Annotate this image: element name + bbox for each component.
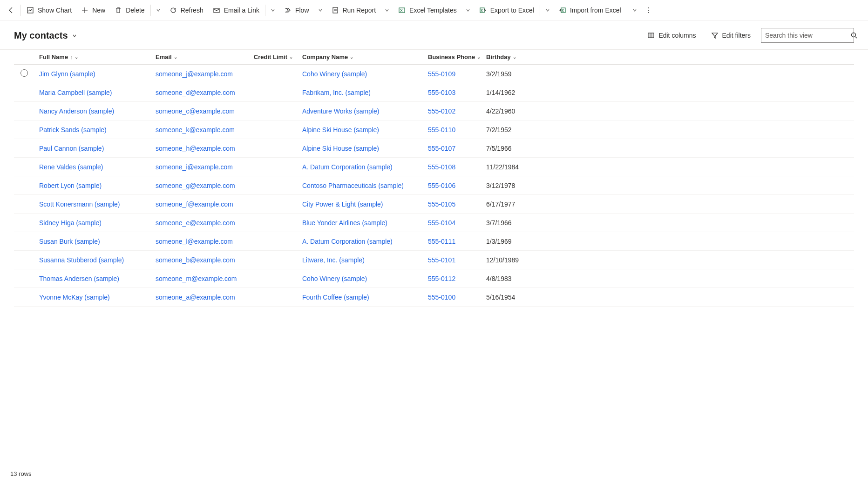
flow-dropdown[interactable]: [314, 0, 327, 20]
excel-templates-button[interactable]: Excel Templates: [393, 0, 461, 20]
fullname-link[interactable]: Rene Valdes (sample): [39, 163, 103, 171]
view-selector[interactable]: My contacts: [14, 30, 77, 41]
row-select-radio[interactable]: [20, 69, 28, 77]
column-header-fullname[interactable]: Full Name ↑ ⌄: [34, 50, 151, 65]
phone-link[interactable]: 555-0111: [428, 238, 455, 245]
column-header-email[interactable]: Email ⌄: [151, 50, 253, 65]
run-report-dropdown[interactable]: [380, 0, 393, 20]
row-select-cell[interactable]: [14, 65, 34, 83]
fullname-link[interactable]: Robert Lyon (sample): [39, 182, 102, 189]
refresh-button[interactable]: Refresh: [165, 0, 208, 20]
email-link-button[interactable]: Email a Link: [208, 0, 264, 20]
phone-link[interactable]: 555-0106: [428, 182, 455, 189]
company-link[interactable]: Fourth Coffee (sample): [302, 294, 369, 301]
row-select-cell[interactable]: [14, 176, 34, 195]
email-link[interactable]: someone_c@example.com: [156, 107, 235, 115]
company-link[interactable]: Adventure Works (sample): [302, 107, 379, 115]
email-link[interactable]: someone_d@example.com: [156, 89, 235, 96]
company-link[interactable]: Coho Winery (sample): [302, 70, 367, 78]
row-select-cell[interactable]: [14, 232, 34, 251]
show-chart-button[interactable]: Show Chart: [22, 0, 76, 20]
row-select-cell[interactable]: [14, 251, 34, 269]
company-link[interactable]: Litware, Inc. (sample): [302, 256, 365, 264]
table-row[interactable]: Maria Campbell (sample) someone_d@exampl…: [14, 83, 854, 102]
table-row[interactable]: Jim Glynn (sample) someone_j@example.com…: [14, 65, 854, 83]
table-row[interactable]: Patrick Sands (sample) someone_k@example…: [14, 120, 854, 139]
run-report-button[interactable]: Run Report: [327, 0, 381, 20]
row-select-cell[interactable]: [14, 102, 34, 120]
table-row[interactable]: Sidney Higa (sample) someone_e@example.c…: [14, 214, 854, 232]
more-commands-button[interactable]: [641, 0, 656, 20]
phone-link[interactable]: 555-0108: [428, 163, 455, 171]
fullname-link[interactable]: Yvonne McKay (sample): [39, 294, 110, 301]
table-row[interactable]: Scott Konersmann (sample) someone_f@exam…: [14, 195, 854, 214]
email-link[interactable]: someone_f@example.com: [156, 200, 233, 208]
fullname-link[interactable]: Susanna Stubberod (sample): [39, 256, 124, 264]
row-select-cell[interactable]: [14, 269, 34, 288]
fullname-link[interactable]: Scott Konersmann (sample): [39, 200, 120, 208]
fullname-link[interactable]: Paul Cannon (sample): [39, 145, 104, 152]
export-excel-dropdown[interactable]: [541, 0, 554, 20]
email-link[interactable]: someone_g@example.com: [156, 182, 235, 189]
column-header-phone[interactable]: Business Phone ⌄: [423, 50, 481, 65]
phone-link[interactable]: 555-0109: [428, 70, 455, 78]
column-header-creditlimit[interactable]: Credit Limit ⌄: [253, 50, 298, 65]
company-link[interactable]: Fabrikam, Inc. (sample): [302, 89, 371, 96]
import-excel-button[interactable]: Import from Excel: [554, 0, 626, 20]
flow-button[interactable]: Flow: [279, 0, 314, 20]
phone-link[interactable]: 555-0107: [428, 145, 455, 152]
column-header-company[interactable]: Company Name ⌄: [298, 50, 423, 65]
table-row[interactable]: Susan Burk (sample) someone_l@example.co…: [14, 232, 854, 251]
delete-dropdown[interactable]: [152, 0, 165, 20]
company-link[interactable]: Blue Yonder Airlines (sample): [302, 219, 387, 227]
fullname-link[interactable]: Maria Campbell (sample): [39, 89, 112, 96]
phone-link[interactable]: 555-0112: [428, 275, 455, 282]
fullname-link[interactable]: Sidney Higa (sample): [39, 219, 102, 227]
back-button[interactable]: [3, 0, 20, 20]
company-link[interactable]: Coho Winery (sample): [302, 275, 367, 282]
row-select-cell[interactable]: [14, 139, 34, 158]
table-row[interactable]: Nancy Anderson (sample) someone_c@exampl…: [14, 102, 854, 120]
email-link[interactable]: someone_l@example.com: [156, 238, 233, 245]
import-excel-dropdown[interactable]: [628, 0, 641, 20]
table-row[interactable]: Rene Valdes (sample) someone_i@example.c…: [14, 158, 854, 176]
new-button[interactable]: New: [76, 0, 110, 20]
delete-button[interactable]: Delete: [110, 0, 149, 20]
email-link[interactable]: someone_i@example.com: [156, 163, 233, 171]
fullname-link[interactable]: Nancy Anderson (sample): [39, 107, 114, 115]
phone-link[interactable]: 555-0100: [428, 294, 455, 301]
row-select-cell[interactable]: [14, 158, 34, 176]
company-link[interactable]: Alpine Ski House (sample): [302, 126, 379, 134]
column-header-birthday[interactable]: Birthday ⌄: [481, 50, 854, 65]
search-input[interactable]: [765, 32, 847, 39]
phone-link[interactable]: 555-0105: [428, 200, 455, 208]
company-link[interactable]: Contoso Pharmaceuticals (sample): [302, 182, 404, 189]
company-link[interactable]: A. Datum Corporation (sample): [302, 163, 393, 171]
row-select-cell[interactable]: [14, 120, 34, 139]
table-row[interactable]: Robert Lyon (sample) someone_g@example.c…: [14, 176, 854, 195]
edit-columns-button[interactable]: Edit columns: [643, 28, 700, 43]
phone-link[interactable]: 555-0102: [428, 107, 455, 115]
row-select-cell[interactable]: [14, 214, 34, 232]
table-row[interactable]: Yvonne McKay (sample) someone_a@example.…: [14, 288, 854, 307]
email-link[interactable]: someone_a@example.com: [156, 294, 235, 301]
phone-link[interactable]: 555-0110: [428, 126, 455, 134]
table-row[interactable]: Paul Cannon (sample) someone_h@example.c…: [14, 139, 854, 158]
email-link[interactable]: someone_h@example.com: [156, 145, 235, 152]
email-link-dropdown[interactable]: [266, 0, 279, 20]
excel-templates-dropdown[interactable]: [461, 0, 475, 20]
fullname-link[interactable]: Patrick Sands (sample): [39, 126, 107, 134]
table-row[interactable]: Thomas Andersen (sample) someone_m@examp…: [14, 269, 854, 288]
phone-link[interactable]: 555-0101: [428, 256, 455, 264]
search-box[interactable]: [761, 28, 854, 43]
email-link[interactable]: someone_m@example.com: [156, 275, 237, 282]
email-link[interactable]: someone_b@example.com: [156, 256, 235, 264]
company-link[interactable]: Alpine Ski House (sample): [302, 145, 379, 152]
email-link[interactable]: someone_e@example.com: [156, 219, 235, 227]
table-row[interactable]: Susanna Stubberod (sample) someone_b@exa…: [14, 251, 854, 269]
row-select-cell[interactable]: [14, 195, 34, 214]
export-excel-button[interactable]: Export to Excel: [475, 0, 539, 20]
phone-link[interactable]: 555-0104: [428, 219, 455, 227]
email-link[interactable]: someone_j@example.com: [156, 70, 233, 78]
fullname-link[interactable]: Susan Burk (sample): [39, 238, 100, 245]
